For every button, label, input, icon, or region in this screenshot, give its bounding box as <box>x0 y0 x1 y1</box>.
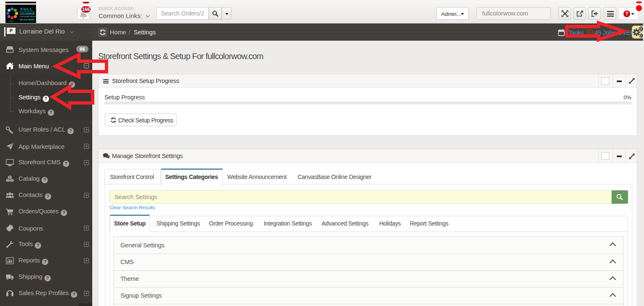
svg-text:800-GO-PRINT: 800-GO-PRINT <box>20 18 35 21</box>
svg-text:YOUR ONLINE ONESTOP PRINTSHOP: YOUR ONLINE ONESTOP PRINTSHOP <box>20 16 36 18</box>
svg-text:FULL: FULL <box>21 7 33 11</box>
svg-text:COLORWOW: COLORWOW <box>21 12 34 15</box>
